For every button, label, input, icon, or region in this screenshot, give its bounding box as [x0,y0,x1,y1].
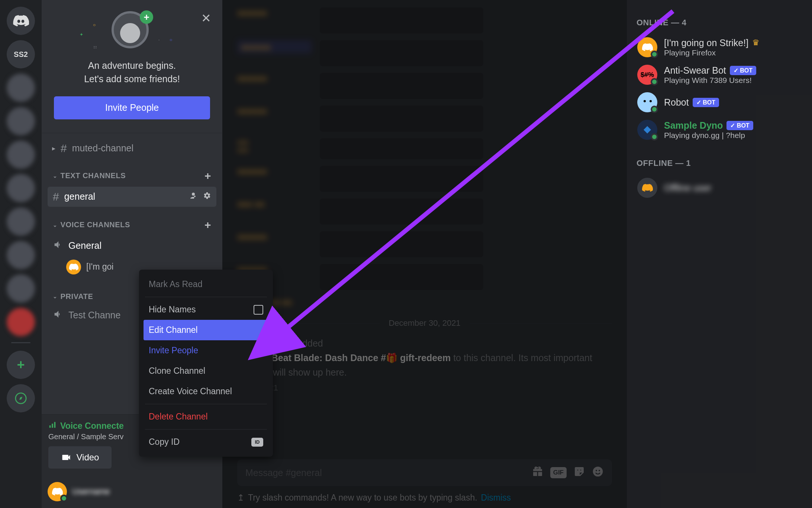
video-button-label: Video [77,452,99,463]
category-text-channels[interactable]: ⌄TEXT CHANNELS + [47,158,217,186]
channel-general[interactable]: #general [48,187,216,207]
member-activity: Playing Firefox [664,48,760,57]
embed-placeholder [320,106,483,132]
date-divider: December 30, 2021 [237,318,612,328]
server-blurred-4[interactable] [7,174,35,202]
add-server-button[interactable]: + [7,351,35,379]
embed-placeholder [320,73,483,99]
members-online-header: ONLINE — 4 [637,18,802,28]
slash-tip: ↥ Try slash commands! A new way to use b… [222,491,627,508]
server-blurred-2[interactable] [7,107,35,135]
embed-placeholder [320,199,483,225]
embed-stack: aaaaaa aaaaaa aaaaaa aaaaaa aaaaaa aaaaa… [237,7,612,307]
create-invite-icon[interactable] [189,191,198,202]
close-icon[interactable]: ✕ [201,11,211,25]
server-blurred-8[interactable] [7,308,35,336]
member-row[interactable]: $#% Anti-Swear Bot✓ BOT Playing With 738… [637,61,802,89]
ctx-delete-channel[interactable]: Delete Channel [144,406,268,427]
gear-icon[interactable] [202,191,211,202]
ctx-create-voice-channel[interactable]: Create Voice Channel [144,381,268,402]
return-arrow-icon: ↥ [237,493,244,503]
user-name: Username [72,487,110,496]
bot-badge: ✓ BOT [693,98,719,107]
dismiss-link[interactable]: Dismiss [481,493,511,503]
sparkle-icon: ○ [170,37,172,42]
ctx-separator [145,429,267,430]
rail-separator [11,342,30,343]
category-voice-channels[interactable]: ⌄VOICE CHANNELS + [47,208,217,235]
ctx-hide-names[interactable]: Hide Names [144,299,268,320]
svg-point-6 [599,470,600,471]
voice-channel-general[interactable]: General [48,236,216,256]
add-channel-button[interactable]: + [204,170,211,182]
discord-logo-icon [642,42,653,53]
chat-area: aaaaaa aaaaaa aaaaaa aaaaaa aaaaaa aaaaa… [222,0,627,508]
system-message: Someone has added Official Beat Blade: D… [237,336,612,394]
muted-channel-row[interactable]: ▸ # muted-channel [47,138,217,158]
member-activity: Playing dyno.gg | ?help [664,131,753,140]
member-name: Robot [664,97,689,108]
ctx-clone-channel[interactable]: Clone Channel [144,361,268,381]
friends-card-line2: Let's add some friends! [84,72,180,86]
gift-icon[interactable] [532,466,544,480]
sparkle-icon: ∷ [94,45,97,50]
emoji-icon[interactable] [592,466,604,480]
svg-rect-3 [54,422,56,428]
avatar [637,178,657,198]
sticker-icon[interactable] [573,466,585,480]
member-name: Anti-Swear Bot [664,65,726,76]
add-voice-channel-button[interactable]: + [204,219,211,231]
category-voice-label: VOICE CHANNELS [61,221,130,229]
sparkle-icon: ○ [93,22,96,28]
category-text-label: TEXT CHANNELS [61,171,126,180]
member-activity: Playing With 7389 Users! [664,76,756,85]
video-button[interactable]: Video [48,446,112,469]
voice-channel-general-label: General [68,240,102,251]
ctx-copy-id[interactable]: Copy IDID [144,432,268,452]
user-avatar[interactable] [48,482,67,501]
server-ss2[interactable]: SS2 [7,40,35,68]
message-input[interactable]: Message #general GIF [237,459,612,486]
video-icon [61,452,71,463]
embed-placeholder [320,166,483,192]
plus-badge-icon: + [140,10,153,24]
server-blurred-3[interactable] [7,141,35,169]
speaker-icon [53,309,63,322]
member-row[interactable]: Sample Dyno✓ BOT Playing dyno.gg | ?help [637,116,802,144]
server-blurred-6[interactable] [7,241,35,269]
ctx-edit-channel[interactable]: Edit Channel [144,320,268,340]
status-online-icon [60,495,68,502]
invite-people-button[interactable]: Invite People [54,96,210,119]
channel-general-label: general [64,191,95,202]
svg-point-5 [596,470,597,471]
chat-scroll[interactable]: aaaaaa aaaaaa aaaaaa aaaaaa aaaaaa aaaaa… [222,0,627,459]
server-blurred-1[interactable] [7,74,35,102]
friends-card: ✕ ✦ ○ ○ · ∷ + An adventure begins. Let's… [42,0,222,133]
chevron-down-icon: ⌄ [53,293,58,299]
hash-icon: # [53,190,59,203]
ctx-separator [145,297,267,297]
member-row-offline[interactable]: Offline user [637,174,802,202]
member-row[interactable]: Robot✓ BOT [637,89,802,116]
dyno-icon [642,124,653,135]
friends-card-text: An adventure begins. Let's add some frie… [84,59,180,86]
discord-logo-icon [69,262,78,272]
bot-badge: ✓ BOT [730,66,756,75]
avatar [637,120,657,140]
svg-point-4 [593,466,603,476]
member-row[interactable]: [I'm going on Strike!]♛ Playing Firefox [637,33,802,61]
chat-input-wrap: Message #general GIF [222,459,627,491]
gif-button[interactable]: GIF [550,467,567,478]
discord-logo-icon [13,13,29,29]
voice-channel-test-label: Test Channe [68,310,120,321]
embed-placeholder [320,264,483,290]
server-blurred-5[interactable] [7,208,35,236]
ctx-invite-people[interactable]: Invite People [144,340,268,361]
sparkle-icon: ✦ [80,32,83,37]
home-button[interactable] [7,7,35,35]
friends-avatar: + [112,11,152,52]
embed-placeholder [320,138,483,159]
server-blurred-7[interactable] [7,274,35,303]
explore-servers-button[interactable] [7,384,35,412]
category-private-label: PRIVATE [61,292,93,301]
